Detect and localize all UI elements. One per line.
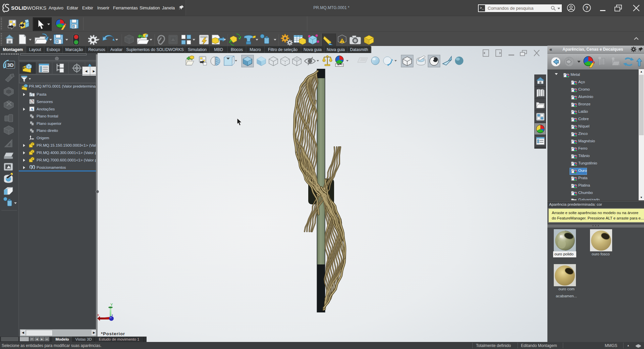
svg-text:3D: 3D — [7, 62, 13, 68]
svg-text:Y: Y — [110, 303, 113, 307]
svg-text:!: ! — [341, 40, 342, 43]
svg-text:A: A — [31, 107, 33, 111]
svg-text:x: x — [97, 313, 99, 317]
